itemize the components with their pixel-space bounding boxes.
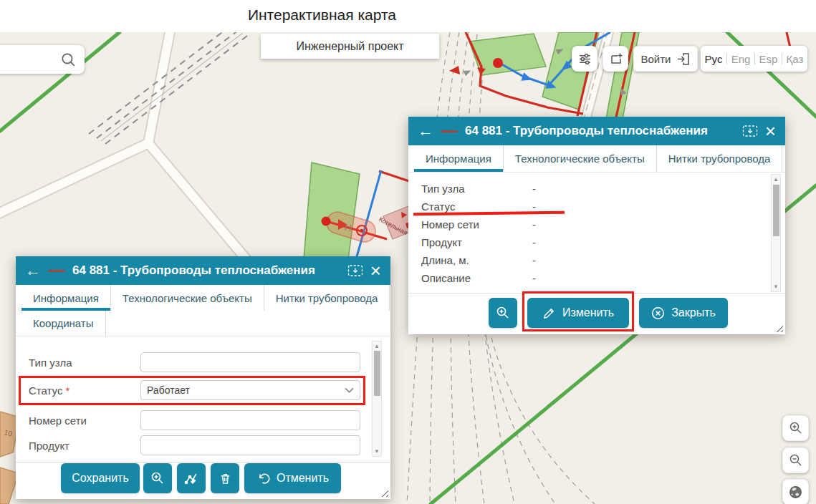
- zoom-in-button[interactable]: [782, 415, 809, 441]
- zoom-to-object-button[interactable]: [489, 298, 517, 328]
- edit-dialog-tabs-row1: Информация Технологические объекты Нитки…: [16, 285, 390, 311]
- scroll-up-icon[interactable]: ▲: [772, 176, 780, 183]
- edit-scrollbar[interactable]: ▲ ▼: [372, 341, 382, 457]
- tab-pipeline-strings[interactable]: Нитки трубопровода: [657, 145, 783, 172]
- attribute-label: Описание: [421, 272, 532, 284]
- zoom-out-icon: [789, 453, 803, 467]
- close-button-label: Закрыть: [671, 306, 716, 319]
- attribute-row: Номер сети -: [421, 215, 764, 233]
- status-select[interactable]: Работает: [140, 380, 360, 400]
- edit-geometry-button[interactable]: [177, 463, 206, 493]
- language-eng[interactable]: Eng: [731, 53, 751, 65]
- page-title: Интерактивная карта: [0, 6, 644, 24]
- close-button[interactable]: Закрыть: [639, 298, 728, 328]
- application-window: 10 Котельная: [0, 0, 816, 504]
- undo-icon: [256, 472, 270, 485]
- login-button[interactable]: Войти: [633, 46, 698, 72]
- attribute-label: Тип узла: [421, 183, 532, 195]
- edit-dialog: ← 64 881 - Трубопроводы теплоснабжения ×…: [16, 256, 390, 499]
- scroll-down-icon[interactable]: ▼: [772, 284, 780, 290]
- back-icon[interactable]: ←: [25, 263, 41, 278]
- field-label: Номер сети: [29, 415, 87, 427]
- attribute-value: -: [532, 183, 536, 195]
- attribute-value: -: [532, 254, 536, 266]
- search-icon: [60, 52, 76, 67]
- edit-dialog-tabs-row2: Координаты: [16, 311, 390, 336]
- field-label: Продукт: [29, 440, 69, 452]
- close-circle-icon: [651, 306, 665, 320]
- sliders-icon: [578, 52, 592, 66]
- login-button-label: Войти: [641, 53, 671, 65]
- pencil-icon: [542, 306, 556, 320]
- view-dialog-tabs: Информация Технологические объекты Нитки…: [408, 145, 785, 173]
- language-separator: [754, 53, 755, 64]
- base-layer-button[interactable]: [782, 479, 809, 504]
- attribute-label: Длина, м.: [421, 254, 532, 266]
- view-dialog-header: ← 64 881 - Трубопроводы теплоснабжения ×: [408, 117, 785, 145]
- attribute-label: Номер сети: [421, 218, 532, 231]
- dock-icon[interactable]: [347, 264, 363, 277]
- footer-divider: [16, 462, 390, 462]
- attribute-label: Продукт: [421, 236, 532, 248]
- zoom-out-button[interactable]: [782, 447, 809, 473]
- language-kaz[interactable]: Қаз: [787, 53, 804, 65]
- zoom-to-object-button[interactable]: [143, 463, 172, 493]
- node-type-input[interactable]: [140, 352, 360, 372]
- tab-pipeline-strings[interactable]: Нитки трубопровода: [264, 285, 390, 311]
- layer-line-swatch-icon: [48, 270, 65, 272]
- view-dialog-title: 64 881 - Трубопроводы теплоснабжения: [465, 124, 735, 138]
- language-rus[interactable]: Рус: [705, 53, 723, 65]
- attribute-label: Статус: [421, 200, 532, 213]
- field-label: Тип узла: [29, 357, 72, 369]
- language-esp[interactable]: Esp: [759, 53, 778, 65]
- top-bar: Интерактивная карта: [0, 0, 816, 32]
- tab-information[interactable]: Информация: [414, 145, 504, 172]
- attribute-row: Продукт -: [421, 233, 764, 251]
- project-selector[interactable]: Инженерный проект: [261, 34, 439, 59]
- tab-information[interactable]: Информация: [21, 285, 111, 311]
- add-area-button[interactable]: [603, 46, 628, 72]
- resize-handle[interactable]: [774, 324, 783, 332]
- attribute-value: -: [532, 236, 536, 248]
- cancel-button[interactable]: Отменить: [244, 463, 341, 493]
- view-scrollbar[interactable]: ▲ ▼: [771, 174, 781, 292]
- attribute-value: -: [532, 272, 536, 284]
- scrollbar-thumb[interactable]: [773, 185, 779, 236]
- dock-icon[interactable]: [742, 125, 758, 137]
- tab-tech-objects[interactable]: Технологические объекты: [504, 145, 657, 172]
- tab-tech-objects[interactable]: Технологические объекты: [111, 285, 264, 311]
- language-separator: [782, 53, 782, 64]
- field-label: Статус*: [29, 384, 69, 397]
- footer-divider: [408, 293, 785, 294]
- language-switcher: Рус Eng Esp Қаз: [701, 46, 807, 72]
- attribute-row: Длина, м. -: [421, 251, 764, 269]
- network-number-input[interactable]: [140, 410, 360, 430]
- edit-geometry-icon: [184, 471, 198, 485]
- project-selector-label: Инженерный проект: [296, 40, 403, 53]
- edit-button[interactable]: Изменить: [527, 298, 629, 328]
- attribute-value: -: [532, 200, 536, 213]
- status-select-value: Работает: [147, 384, 190, 396]
- trash-icon: [219, 472, 232, 485]
- required-marker: *: [65, 384, 69, 397]
- resize-handle[interactable]: [380, 488, 388, 497]
- scroll-up-icon[interactable]: ▲: [373, 343, 381, 349]
- scroll-down-icon[interactable]: ▼: [373, 448, 381, 455]
- language-separator: [726, 53, 727, 64]
- layer-line-swatch-icon: [441, 130, 458, 132]
- close-icon[interactable]: ×: [765, 122, 776, 140]
- back-icon[interactable]: ←: [418, 123, 433, 139]
- add-area-icon: [609, 52, 623, 66]
- globe-icon: [788, 485, 803, 500]
- product-input[interactable]: [140, 435, 360, 455]
- scrollbar-thumb[interactable]: [374, 351, 380, 396]
- attribute-value: -: [532, 218, 536, 231]
- layers-settings-button[interactable]: [572, 46, 597, 72]
- search-input[interactable]: [0, 45, 85, 74]
- tab-coordinates[interactable]: Координаты: [21, 311, 106, 336]
- close-icon[interactable]: ×: [370, 261, 381, 280]
- magnifier-plus-icon: [496, 306, 510, 320]
- attribute-row: Описание -: [421, 269, 764, 287]
- delete-button[interactable]: [211, 463, 239, 493]
- save-button[interactable]: Сохранить: [61, 463, 140, 493]
